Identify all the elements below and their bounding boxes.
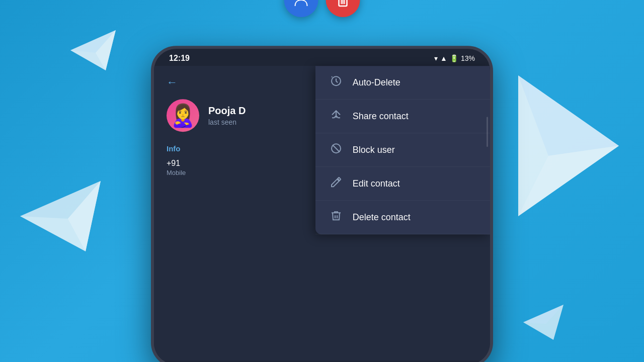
scrollbar <box>487 117 488 147</box>
battery-percent: 13% <box>461 54 475 62</box>
share-contact-icon <box>330 109 343 124</box>
contact-header: 🙎‍♀️ Pooja D last seen <box>167 99 326 132</box>
delete-contact-icon <box>330 210 343 225</box>
wifi-icon: ▾ <box>434 54 438 62</box>
status-icons: ▾ ▲ 🔋 13% <box>434 54 475 62</box>
phone-info-row: +91 Mobile <box>167 159 326 176</box>
menu-label-delete-contact: Delete contact <box>353 212 411 223</box>
menu-item-share-contact[interactable]: Share contact <box>315 100 490 133</box>
status-bar: 12:19 ▾ ▲ 🔋 13% <box>154 49 490 66</box>
menu-label-auto-delete: Auto-Delete <box>353 77 400 88</box>
menu-item-edit-contact[interactable]: Edit contact <box>315 167 490 201</box>
decoration-plane-3 <box>518 75 619 218</box>
menu-item-block-user[interactable]: Block user <box>315 133 490 167</box>
menu-item-auto-delete[interactable]: Auto-Delete <box>315 66 490 100</box>
avatar: 🙎‍♀️ <box>167 99 199 132</box>
info-section-title: Info <box>167 144 326 153</box>
block-user-icon <box>330 142 343 157</box>
battery-icon: 🔋 <box>450 54 458 62</box>
menu-label-share-contact: Share contact <box>353 111 409 122</box>
decoration-plane-4 <box>523 305 564 342</box>
contact-status: last seen <box>208 118 246 126</box>
contact-name: Pooja D <box>208 105 246 117</box>
signal-icon: ▲ <box>440 54 447 62</box>
back-button[interactable]: ← <box>167 76 178 89</box>
svg-line-20 <box>333 145 340 152</box>
contact-panel: ← 🙎‍♀️ Pooja D last seen Info +91 Mobile <box>154 66 339 360</box>
phone-value: +91 <box>167 159 326 168</box>
user-action-icon[interactable] <box>284 0 318 17</box>
phone-content: ← 🙎‍♀️ Pooja D last seen Info +91 Mobile <box>154 66 490 360</box>
edit-contact-icon <box>330 176 343 191</box>
menu-label-block-user: Block user <box>353 145 395 155</box>
phone-frame: 12:19 ▾ ▲ 🔋 13% ← 🙎‍♀️ Pooja D last seen… <box>151 46 493 362</box>
decoration-plane-1 <box>70 30 116 72</box>
menu-item-delete-contact[interactable]: Delete contact <box>315 201 490 234</box>
context-menu: Auto-Delete Share contact <box>315 66 490 234</box>
contact-info: Pooja D last seen <box>208 105 246 126</box>
auto-delete-icon <box>330 75 343 90</box>
delete-action-icon[interactable] <box>326 0 360 17</box>
phone-label: Mobile <box>167 169 326 176</box>
menu-label-edit-contact: Edit contact <box>353 178 400 189</box>
decoration-plane-2 <box>20 181 101 253</box>
status-time: 12:19 <box>169 54 190 63</box>
floating-actions <box>284 0 360 17</box>
